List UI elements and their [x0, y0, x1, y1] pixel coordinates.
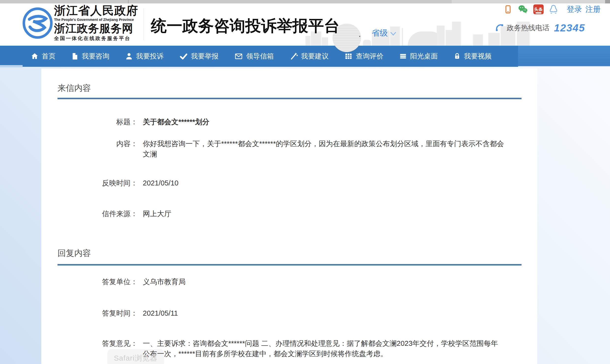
- navbar-left-notch: [0, 65, 23, 67]
- level-selector-dropdown[interactable]: 省级: [372, 28, 396, 39]
- nav-label: 我要举报: [191, 52, 218, 61]
- nav-item-query-evaluate[interactable]: 查询评价: [344, 52, 383, 61]
- field-label: 标题：: [41, 117, 138, 127]
- browser-tab-strip[interactable]: [0, 0, 610, 4]
- field-label: 信件来源：: [41, 209, 138, 219]
- nav-label: 我要视频: [464, 52, 492, 61]
- field-value: 2021/05/10: [143, 178, 504, 188]
- register-link[interactable]: 注册: [585, 4, 601, 14]
- field-label: 答复意见：: [41, 338, 138, 349]
- tab-strip-segment: [452, 0, 610, 3]
- tab-strip-divider: [128, 0, 129, 3]
- wechat-icon[interactable]: [517, 4, 528, 14]
- field-value: 一、主要诉求：咨询都会文******问题 二、办理情况和处理意见：据了解都会文澜…: [143, 338, 504, 359]
- portal-name: 浙江政务服务网: [54, 22, 143, 35]
- page-root: 浙江省人民政府 The People's Government of Zheji…: [0, 0, 610, 364]
- letter-section-divider: [58, 98, 522, 99]
- field-label: 答复时间：: [41, 308, 138, 318]
- hotline-label: 政务热线电话: [507, 23, 550, 33]
- pen-sparkle-icon: [290, 52, 298, 60]
- field-label: 内容：: [41, 139, 138, 149]
- field-value: 2021/05/11: [143, 308, 504, 318]
- mobile-app-icon[interactable]: [504, 4, 512, 14]
- nav-label: 查询评价: [356, 52, 383, 61]
- field-row-reply-time: 答复时间： 2021/05/11: [41, 308, 504, 318]
- site-header: 浙江省人民政府 The People's Government of Zheji…: [0, 3, 610, 46]
- nav-item-report[interactable]: 我要举报: [179, 52, 218, 61]
- reply-section-divider: [58, 264, 522, 266]
- navbar-right-cap: [518, 46, 610, 67]
- nav-item-complaint[interactable]: 我要投诉: [125, 52, 164, 61]
- chevron-down-icon: [390, 32, 396, 36]
- menu-bars-icon: [399, 52, 407, 60]
- nav-label: 阳光桌面: [410, 52, 438, 61]
- qq-icon[interactable]: [549, 4, 558, 14]
- nav-item-video[interactable]: 我要视频: [453, 52, 492, 61]
- nav-item-sunshine-desktop[interactable]: 阳光桌面: [399, 52, 438, 61]
- reply-section-title: 回复内容: [58, 248, 91, 258]
- document-icon: [71, 52, 79, 60]
- content-panel: 来信内容 标题： 关于都会文******划分 内容： 你好我想咨询一下，关于**…: [41, 69, 537, 364]
- field-value: 你好我想咨询一下，关于******都会文******的学区划分，因为在最新的政策…: [143, 139, 504, 159]
- home-icon: [31, 52, 39, 60]
- gov-name-cn: 浙江省人民政府: [54, 4, 143, 17]
- gov-name-en: The People's Government of Zhejiang Prov…: [54, 17, 143, 22]
- toutiao-icon-label: 头条: [534, 7, 543, 12]
- tab-strip-end: [605, 0, 610, 3]
- field-row-reply-unit: 答复单位： 义乌市教育局: [41, 277, 504, 287]
- check-icon: [179, 52, 188, 60]
- person-icon: [125, 52, 133, 60]
- field-row-title: 标题： 关于都会文******划分: [41, 117, 504, 127]
- header-divider: [144, 8, 144, 40]
- main-navbar: 首页 我要咨询 我要投诉 我要举报: [0, 46, 610, 67]
- field-row-content: 内容： 你好我想咨询一下，关于******都会文******的学区划分，因为在最…: [41, 139, 504, 159]
- envelope-icon: [234, 52, 243, 60]
- nav-label: 我要投诉: [136, 52, 164, 61]
- field-label: 反映时间：: [41, 178, 138, 188]
- nav-label: 首页: [42, 52, 56, 61]
- toutiao-icon[interactable]: 头条: [533, 4, 544, 14]
- field-value: 义乌市教育局: [143, 277, 504, 287]
- safari-tooltip-overlay: Safari浏览器: [107, 349, 164, 364]
- safari-tooltip-label: Safari浏览器: [114, 353, 157, 363]
- zhejiang-gov-logo-icon: [22, 6, 54, 40]
- title-separator-dot: ·: [358, 31, 361, 41]
- lock-camera-icon: [453, 52, 461, 60]
- field-row-reflect-time: 反映时间： 2021/05/10: [41, 178, 504, 188]
- field-row-letter-source: 信件来源： 网上大厅: [41, 209, 504, 219]
- level-selector-label: 省级: [372, 28, 388, 39]
- header-icon-row: 头条 登录 注册: [504, 4, 601, 15]
- table-grid-icon: [344, 52, 353, 60]
- nav-item-suggest[interactable]: 我要建议: [290, 52, 329, 61]
- hotline-number: 12345: [554, 22, 585, 34]
- field-value: 网上大厅: [143, 209, 504, 219]
- phone-receiver-icon: [494, 23, 504, 33]
- nav-label: 我要咨询: [82, 52, 109, 61]
- nav-item-consult[interactable]: 我要咨询: [71, 52, 109, 61]
- portal-tagline: 全国一体化在线政务服务平台: [54, 35, 143, 42]
- hotline-block: 政务热线电话 12345: [494, 22, 585, 34]
- platform-title: 统一政务咨询投诉举报平台: [151, 15, 340, 37]
- letter-section-title: 来信内容: [58, 83, 91, 93]
- letter-title-link[interactable]: 关于都会文******划分: [143, 117, 504, 127]
- nav-item-leader-mailbox[interactable]: 领导信箱: [234, 52, 274, 61]
- nav-label: 领导信箱: [246, 52, 274, 61]
- logo-text-block: 浙江省人民政府 The People's Government of Zheji…: [54, 4, 143, 42]
- login-link[interactable]: 登录: [567, 4, 582, 14]
- field-label: 答复单位：: [41, 277, 138, 287]
- nav-label: 我要建议: [301, 52, 329, 61]
- nav-item-home[interactable]: 首页: [31, 52, 56, 61]
